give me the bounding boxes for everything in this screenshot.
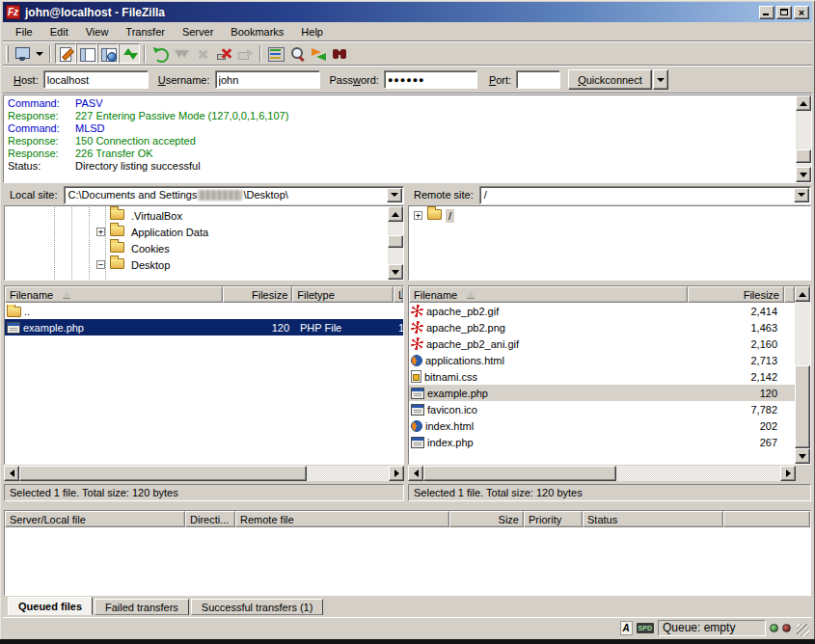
local-column-filesize[interactable]: Filesize bbox=[223, 286, 292, 303]
title-bar[interactable]: Fz john@localhost - FileZilla × bbox=[3, 2, 812, 22]
remote-list-scrollbar[interactable] bbox=[795, 286, 810, 464]
local-column-filetype[interactable]: Filetype bbox=[292, 286, 394, 303]
file-row-bitnami-css[interactable]: bitnami.css2,142 bbox=[409, 368, 795, 385]
local-site-dropdown-button[interactable] bbox=[387, 188, 402, 202]
menu-help[interactable]: Help bbox=[292, 24, 332, 40]
file-row-apache-pb2-png[interactable]: apache_pb2.png1,463 bbox=[409, 319, 795, 335]
local-column-last-modified[interactable]: L bbox=[394, 286, 403, 303]
toggle-transfer-queue-button[interactable] bbox=[119, 43, 140, 64]
expand-plus-icon[interactable]: + bbox=[414, 211, 422, 220]
tree-item-virtualbox[interactable]: .VirtualBox bbox=[5, 207, 388, 224]
transfer-queue-panel: Server/Local fileDirecti...Remote fileSi… bbox=[4, 510, 811, 596]
file-row-index-html[interactable]: index.html202 bbox=[409, 417, 795, 434]
window-bottom-edge bbox=[0, 639, 815, 644]
queue-status: Queue: empty bbox=[658, 620, 766, 636]
menu-transfer[interactable]: Transfer bbox=[117, 24, 174, 40]
filename-cell: apache_pb2.png bbox=[409, 321, 688, 334]
menu-view[interactable]: View bbox=[77, 24, 118, 40]
quickconnect-dropdown-button[interactable] bbox=[653, 69, 668, 90]
queue-column-server-local-file[interactable]: Server/Local file bbox=[5, 511, 185, 527]
queue-column-priority[interactable]: Priority bbox=[524, 511, 583, 527]
tree-item-item[interactable]: +/ bbox=[409, 207, 810, 224]
site-manager-button-dropdown[interactable] bbox=[33, 43, 45, 64]
toggle-local-tree-button[interactable] bbox=[76, 43, 97, 64]
speed-limit-indicator-icon[interactable]: SPD bbox=[637, 623, 654, 633]
password-input[interactable] bbox=[384, 70, 477, 89]
find-files-button[interactable] bbox=[329, 43, 350, 64]
toolbar-separator bbox=[144, 45, 146, 63]
remote-site-combobox[interactable]: / bbox=[479, 186, 811, 204]
file-row-apache-pb2-gif[interactable]: apache_pb2.gif2,414 bbox=[409, 303, 795, 319]
queue-column-remote-file[interactable]: Remote file bbox=[235, 511, 449, 527]
log-label: Command: bbox=[4, 122, 75, 135]
quickconnect-button[interactable]: Quickconnect bbox=[568, 69, 652, 90]
menu-server[interactable]: Server bbox=[174, 24, 222, 40]
menu-edit[interactable]: Edit bbox=[41, 24, 77, 40]
log-line-command: Command:MLSD bbox=[4, 122, 794, 135]
local-column-filename[interactable]: Filename bbox=[5, 286, 223, 303]
maximize-button[interactable] bbox=[776, 6, 792, 19]
file-row-applications-html[interactable]: applications.html2,713 bbox=[409, 352, 795, 368]
file-search-button[interactable] bbox=[286, 43, 308, 64]
filesize-cell: 267 bbox=[688, 437, 784, 448]
filesize-cell: 2,713 bbox=[688, 355, 784, 366]
local-selection-status: Selected 1 file. Total size: 120 bytes bbox=[4, 484, 404, 501]
remote-column-filesize[interactable]: Filesize bbox=[688, 286, 784, 303]
refresh-button[interactable] bbox=[149, 43, 171, 64]
sync-browse-button[interactable] bbox=[308, 43, 329, 64]
local-tree-scrollbar[interactable] bbox=[388, 206, 403, 280]
queue-column-size[interactable]: Size bbox=[449, 511, 524, 527]
minimize-icon bbox=[763, 13, 769, 15]
refresh-icon bbox=[152, 46, 169, 62]
port-input[interactable] bbox=[516, 70, 560, 89]
remote-column-filename[interactable]: Filename bbox=[409, 286, 688, 303]
data-type-indicator-icon[interactable]: A bbox=[620, 621, 633, 635]
minimize-button[interactable] bbox=[759, 6, 774, 19]
menu-file[interactable]: File bbox=[7, 24, 41, 40]
file-row-example-php[interactable]: example.php120 bbox=[409, 385, 795, 401]
local-file-list: Filename Filesize Filetype L ..example.p… bbox=[4, 285, 404, 465]
toggle-remote-tree-button[interactable] bbox=[97, 43, 119, 64]
resize-grip[interactable] bbox=[797, 624, 809, 636]
username-input[interactable] bbox=[215, 70, 320, 89]
apache-file-icon bbox=[411, 337, 423, 350]
file-row-favicon-ico[interactable]: favicon.ico7,782 bbox=[409, 401, 795, 417]
queue-column-directi[interactable]: Directi... bbox=[185, 511, 235, 527]
remote-list-hscrollbar[interactable] bbox=[408, 466, 811, 481]
tree-item-desktop[interactable]: −Desktop bbox=[5, 256, 388, 273]
tab-queued-files[interactable]: Queued files bbox=[8, 597, 93, 615]
close-button[interactable]: × bbox=[794, 6, 809, 19]
sort-ascending-icon bbox=[467, 291, 475, 298]
filename-text: .. bbox=[24, 306, 30, 317]
toggle-message-log-button[interactable] bbox=[55, 43, 76, 64]
file-row-example-php[interactable]: example.php120PHP File1 bbox=[5, 319, 403, 335]
tree-item-application-data[interactable]: +Application Data bbox=[5, 224, 388, 240]
queue-body[interactable] bbox=[5, 527, 810, 595]
tree-item-cookies[interactable]: Cookies bbox=[5, 240, 388, 256]
log-label: Status: bbox=[4, 160, 75, 173]
tree-item-label: Desktop bbox=[128, 258, 173, 272]
scroll-left-icon bbox=[10, 470, 14, 477]
collapse-minus-icon[interactable]: − bbox=[96, 260, 105, 269]
expand-plus-icon[interactable]: + bbox=[96, 228, 105, 236]
php-file-icon bbox=[411, 437, 424, 448]
file-row-index-php[interactable]: index.php267 bbox=[409, 434, 795, 450]
disconnect-button[interactable] bbox=[213, 43, 234, 64]
remote-site-dropdown-button[interactable] bbox=[794, 188, 809, 202]
local-site-combobox[interactable]: C:\Documents and Settings\Desktop\ bbox=[64, 186, 404, 204]
file-row-apache-pb2-ani-gif[interactable]: apache_pb2_ani.gif2,160 bbox=[409, 335, 795, 352]
local-list-hscrollbar[interactable] bbox=[4, 466, 404, 481]
filename-cell: index.php bbox=[409, 437, 688, 448]
filter-button[interactable] bbox=[265, 43, 286, 64]
queue-column-status[interactable]: Status bbox=[583, 511, 723, 527]
filetype-cell: PHP File bbox=[296, 322, 398, 334]
host-input[interactable] bbox=[43, 70, 149, 89]
site-manager-button[interactable] bbox=[12, 43, 33, 64]
binoculars-icon bbox=[332, 46, 348, 62]
menu-bookmarks[interactable]: Bookmarks bbox=[222, 24, 292, 40]
message-log-scrollbar[interactable] bbox=[796, 95, 811, 182]
file-row-item[interactable]: .. bbox=[5, 303, 403, 319]
tab-failed-transfers[interactable]: Failed transfers bbox=[95, 599, 189, 615]
sort-ascending-icon bbox=[63, 291, 70, 298]
tab-successful-transfers-1[interactable]: Successful transfers (1) bbox=[191, 599, 324, 615]
